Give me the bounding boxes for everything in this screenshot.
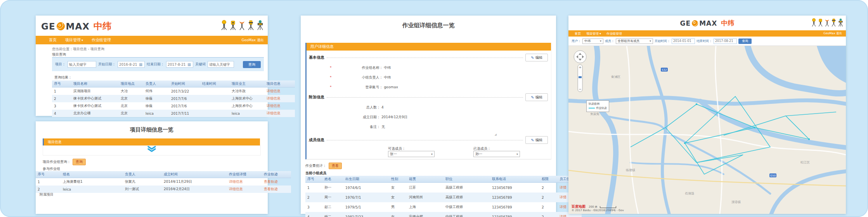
map-label: 练塘镇: [626, 168, 635, 172]
table-cell: 北京: [119, 110, 144, 117]
logo-text-max: MAX: [66, 21, 90, 32]
detail-link[interactable]: 详情: [560, 205, 567, 209]
nav-item-project[interactable]: 项目管理▾: [586, 32, 601, 36]
edit-members-button[interactable]: ✎编辑: [525, 136, 548, 144]
nav-user-logout[interactable]: GeoMax 退出: [823, 32, 842, 35]
table-row: 4北京办公楼北京leica2017/7/11leica详细信息: [52, 110, 295, 117]
table-cell: 何伟: [144, 88, 169, 95]
svg-text:+: +: [579, 65, 582, 69]
search-button[interactable]: 查询: [243, 61, 261, 68]
detail-link[interactable]: 详情: [560, 195, 567, 199]
login-account-label: 登录账号：: [333, 85, 383, 90]
table-row: 1上海测量组1张聚凡2014年11月29日详细信息查看轨迹: [36, 178, 291, 186]
logo-text-ge: GE: [41, 21, 55, 32]
main-nav: 首页 项目管理▾ 作业组管理 GeoMax 退出: [568, 30, 846, 37]
sub-project-label: 附属项目: [40, 192, 54, 197]
found-date-value: 2014年12月9日: [381, 115, 407, 119]
remark-label: 备注：: [330, 124, 380, 130]
table-cell: 查看轨迹: [262, 186, 291, 193]
track-legend[interactable]: 轨迹图例 作业轨迹: [586, 100, 609, 112]
page-background: GE MAX 中纬 首页 项目管理▾ 作业组管理 GeoMax 退出 您当前位置…: [0, 0, 868, 217]
found-date-label: 成立日期：: [330, 115, 380, 120]
legend-item: 作业轨迹: [596, 107, 607, 110]
globe-icon: [692, 20, 698, 26]
member-select[interactable]: 全部组所有成员▾: [616, 38, 653, 44]
map-zoom-slider[interactable]: + −: [578, 65, 582, 92]
map-pan-control[interactable]: [574, 51, 586, 63]
table-cell: 3: [52, 102, 71, 110]
project-keyword-input[interactable]: [68, 61, 96, 68]
nav-item-project[interactable]: 项目管理▾: [65, 37, 83, 43]
workgroup-query-button[interactable]: 查询: [73, 159, 86, 165]
nav-item-workgroup[interactable]: 作业组管理: [92, 37, 111, 43]
table-cell: 详细信息: [265, 102, 295, 110]
table-cell: 1979/5/1: [343, 202, 389, 212]
map-label: 泖港镇: [731, 200, 741, 204]
table-cell: 2014年11月29日: [162, 178, 227, 186]
table-row: 3赵二1979/5/1男上海中级工程师1234567892详情: [305, 202, 582, 212]
table-cell: 滨湖路项目: [71, 88, 119, 95]
workload-view-button[interactable]: 查看: [329, 163, 342, 169]
table-cell: 上海技术中心: [230, 102, 265, 110]
chevron-down-icon: ▾: [599, 32, 601, 35]
table-cell: 123456789: [490, 192, 540, 202]
resize-handle[interactable]: ◢: [495, 133, 497, 136]
nav-user-logout[interactable]: GeoMax 退出: [242, 38, 264, 43]
project-results-table: 序号项目名称项目地点负责人开始时间结束时间项目业主项目信息1滨湖路项目大冶何伟2…: [52, 80, 295, 117]
edit-extra-button[interactable]: ✎编辑: [525, 93, 548, 101]
user-select[interactable]: 中纬▾: [582, 38, 603, 44]
track-search-button[interactable]: 查询: [738, 38, 752, 44]
detail-link[interactable]: 查看轨迹: [264, 187, 278, 191]
table-cell: 2: [540, 183, 558, 193]
start-time-input[interactable]: 2014-01-01: [672, 38, 695, 44]
map-scale-text: 200 米: [589, 205, 598, 208]
page-title: 作业组详细信息一览: [301, 22, 556, 29]
nav-item-workgroup[interactable]: 作业组管理: [606, 32, 622, 36]
start-date-input[interactable]: 2016-8-21▦: [118, 61, 145, 68]
detail-link[interactable]: 详细信息: [267, 96, 281, 100]
map-footer: 百度地图 200 米 © 2017 Baidu - GS(2016)2089号 …: [572, 205, 624, 212]
table-cell: leica: [61, 186, 123, 193]
workgroup-table: 序号组名负责人成立时间作业组详情作业轨迹1上海测量组1张聚凡2014年11月29…: [36, 171, 291, 193]
detail-link[interactable]: 查看轨迹: [264, 180, 278, 184]
end-time-input[interactable]: 2017-08-21: [714, 38, 737, 44]
nav-item-home[interactable]: 首页: [49, 37, 57, 43]
table-cell: [200, 110, 230, 117]
selected-members-select[interactable]: 孙一▾: [473, 151, 520, 157]
detail-link[interactable]: 详情: [560, 215, 567, 217]
end-time-label: 结束时间：: [696, 39, 712, 43]
query-form: 项目： 开始日期： 2016-8-21▦ 结束日期： 2017-8-21▦ 关键…: [52, 57, 264, 71]
chevron-double-down-icon[interactable]: [147, 146, 157, 152]
keyword-input[interactable]: [208, 61, 234, 68]
calendar-icon[interactable]: ▦: [139, 62, 143, 66]
total-station-icon: [818, 18, 823, 27]
detail-link[interactable]: 详细信息: [229, 180, 243, 184]
gnss-antenna-icon: [825, 18, 830, 27]
end-date-input[interactable]: 2017-8-21▦: [166, 61, 193, 68]
table-cell: 2: [540, 212, 558, 217]
geomax-logo: GE MAX 中纬: [41, 20, 111, 32]
table-cell: 北京: [119, 95, 144, 102]
table-row: 3徕卡技术中心测试北京徐薇2017/7/6上海技术中心详细信息: [52, 102, 295, 110]
nav-item-home[interactable]: 首页: [575, 32, 581, 36]
gnss-receiver-icon: [221, 20, 227, 30]
collapse-area[interactable]: [43, 145, 261, 156]
detail-link[interactable]: 详情: [560, 186, 567, 189]
table-cell: 北京: [119, 102, 144, 110]
calendar-icon[interactable]: ▦: [187, 62, 192, 66]
map-scale-bar: [600, 206, 616, 208]
section-title: 项目查询: [52, 52, 66, 57]
detail-link[interactable]: 详细信息: [229, 187, 243, 191]
table-cell: 女: [389, 183, 407, 193]
detail-link[interactable]: 详细信息: [267, 104, 281, 108]
group-leader-label: 小组负责人：: [333, 75, 383, 80]
map-canvas[interactable]: 青浦区 朱家角 练塘镇 石湖荡 松江区 泖港镇 S32 G50: [568, 46, 846, 214]
start-date-label: 开始日期：: [98, 62, 116, 67]
chevron-down-icon: ▾: [650, 39, 651, 43]
detail-link[interactable]: 详细信息: [267, 111, 281, 115]
column-header: 项目名称: [71, 80, 119, 88]
detail-link[interactable]: 详细信息: [267, 89, 281, 93]
table-cell: 徕卡技术中心测试: [71, 95, 119, 102]
selectable-members-select[interactable]: 张一▾: [388, 151, 435, 157]
edit-basic-button[interactable]: ✎编辑: [525, 54, 548, 61]
